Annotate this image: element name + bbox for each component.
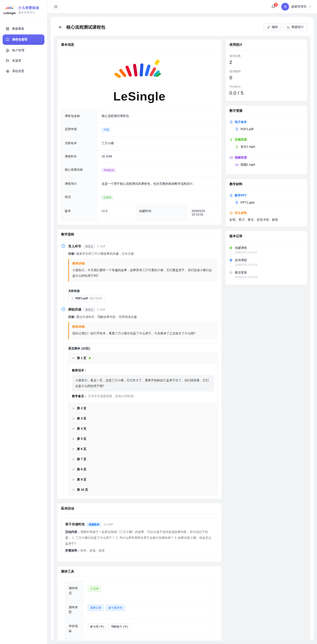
stat-label: 使用教师: [229, 70, 303, 74]
resource-file-item[interactable]: 视频1.mp4: [229, 160, 303, 170]
assessment-table: 测评状态 已启用 测评类型 观察记录 参与度评价: [65, 581, 214, 640]
table-row: 测评类型 观察记录 参与度评价: [65, 600, 214, 619]
row-label: 测评状态: [65, 581, 84, 600]
page-title: 第 9 页: [77, 478, 87, 482]
notifications-button[interactable]: 5: [271, 4, 276, 9]
goal-badge: 早期阅读: [102, 168, 116, 172]
material-group-header: 学生材料: [229, 211, 303, 215]
event-label: 创建课程: [235, 246, 257, 250]
page-title: 第 8 页: [77, 468, 87, 472]
table-row: 适用年级 中班: [61, 122, 217, 137]
sidebar-item-settings[interactable]: 系统设置: [3, 66, 45, 76]
page-scripts-accordion: 第 1 页 教师话术： 小朋友们，看这一页，这是三只小猪，它们长大了，要离开妈妈…: [68, 353, 218, 495]
sidebar-item-dashboard[interactable]: 数据看板: [3, 24, 45, 34]
timeline-line: [230, 262, 231, 270]
accordion-page-1[interactable]: 第 1 页: [69, 353, 217, 363]
step-timeline-line: [63, 250, 64, 307]
data-stats-button[interactable]: 数据统计: [284, 24, 307, 31]
table-row: 课程简介 这是一个用于核心流程测试的课程包，包含完整的阅读教学流程设计。: [61, 177, 217, 190]
stat-value: 2: [229, 60, 303, 65]
divider: [229, 152, 303, 152]
person-icon: [283, 4, 287, 9]
resource-group-label: 电子绘本: [235, 120, 247, 124]
accordion-page-8[interactable]: 第 8 页: [69, 464, 217, 474]
page-title: 第 2 页: [77, 406, 87, 410]
app-logo: LeSingle 少儿智慧阅读 服务管理后台: [0, 0, 47, 20]
resource-chip[interactable]: PDF1.pdf (电子绘本): [68, 295, 105, 302]
edit-button[interactable]: 编辑: [264, 24, 281, 31]
chevron-down-icon: [72, 357, 75, 360]
page-scripts-label: 逐页脚本 (10页):: [68, 347, 218, 350]
page-status-dot: [89, 357, 91, 359]
edit-button-label: 编辑: [272, 25, 278, 29]
back-button[interactable]: [57, 24, 64, 30]
teaching-step: 导入环节 自定义 5 分钟 目标: 激发学生对三只小猪故事的兴趣，引出主题 教师…: [61, 244, 218, 307]
file-icon: [229, 120, 233, 124]
file-icon: [71, 297, 74, 300]
timeline-dot: [230, 271, 232, 274]
row-label: 核心发展目标: [61, 163, 98, 177]
row-label: 评语模板: [65, 638, 84, 640]
accordion-page-2[interactable]: 第 2 页: [69, 403, 217, 414]
sidebar-item-course-packages[interactable]: 课程包管理: [3, 34, 45, 45]
step-goal: 目标: 激发学生对三只小猪故事的兴趣，引出主题: [68, 251, 218, 256]
row-label: 课程时长: [61, 150, 98, 163]
mic-icon: [235, 145, 238, 148]
teaching-step: 师幼共读 自定义 5 分钟 目标: 通过共读绘本，理解故事内容，培养阅读兴趣 教…: [61, 307, 218, 495]
stat-value: 0.0 / 5: [229, 90, 303, 96]
material-file-item[interactable]: PPT1.pptx: [229, 198, 303, 208]
sidebar-collapse-button[interactable]: [53, 4, 59, 10]
version-event: 发布课程 2026/2/24 10:19:23: [229, 258, 303, 271]
row-value: 20 分钟: [98, 150, 217, 163]
resource-file-item[interactable]: 音乐1.mp3: [229, 142, 303, 152]
row-value: 中班: [98, 123, 217, 137]
user-menu[interactable]: 超级管理员: [281, 3, 311, 10]
script-text: 小朋友们，今天我们要听一个有趣的故事，故事里有三只可爱的小猪，它们要盖房子。你们…: [72, 268, 214, 278]
card-title: 基本信息: [57, 40, 222, 50]
accordion-page-10[interactable]: 第 10 页: [69, 484, 217, 495]
accordion-page-9[interactable]: 第 9 页: [69, 474, 217, 484]
accordion-page-7[interactable]: 第 7 页: [69, 454, 217, 464]
arrow-left-icon: [58, 25, 63, 30]
sidebar-item-resource-library[interactable]: 资源库: [3, 56, 45, 66]
chevron-down-icon: [308, 5, 311, 8]
divider: [68, 343, 218, 344]
event-time: 2026/2/24 14:43:39: [235, 276, 257, 279]
accordion-page-4[interactable]: 第 4 页: [69, 424, 217, 434]
resource-file-item[interactable]: PDF1.pdf: [229, 124, 303, 134]
chevron-right-icon: [72, 458, 75, 460]
row-value: 三只小猪: [98, 137, 217, 150]
data-stats-button-label: 数据统计: [292, 25, 304, 29]
version-event: 最后更新 2026/2/24 14:43:39: [229, 271, 303, 283]
row-value: {学生姓名}在《三只小猪》课程中表现出{评价等级}的阅读理解能力。能够{具体表现…: [84, 638, 214, 640]
timeline-dot: [230, 259, 232, 261]
file-icon: [235, 127, 238, 131]
edit-square-icon: [229, 211, 233, 215]
sidebar-item-tenants[interactable]: 租户管理: [3, 46, 45, 55]
page-title: 第 1 页: [77, 356, 87, 360]
card-title: 使用统计: [226, 40, 307, 50]
material-group-header: 教学PPT: [229, 194, 303, 198]
card-title: 测评工具: [57, 566, 222, 577]
resource-file-name: PDF1.pdf: [240, 127, 253, 131]
chevron-right-icon: [72, 448, 75, 450]
stat-item: 使用教师 0: [229, 70, 303, 80]
activity-type-badge: 家庭延伸: [87, 522, 101, 527]
timeline-dot: [230, 247, 232, 249]
page-title: 核心流程测试课程包: [66, 24, 105, 30]
accordion-page-5[interactable]: 第 5 页: [69, 434, 217, 444]
notification-badge: 5: [274, 3, 278, 7]
chevron-right-icon: [72, 468, 75, 471]
row-label: 测评类型: [65, 600, 84, 619]
stat-value: 0: [229, 75, 303, 80]
accordion-page-3[interactable]: 第 3 页: [69, 414, 217, 424]
brand-subtitle: 服务管理后台: [19, 11, 39, 14]
event-time: 2026/2/24 10:19:23: [235, 263, 257, 266]
accordion-page-6[interactable]: 第 6 页: [69, 444, 217, 454]
pencil-icon: [267, 26, 270, 29]
resource-file-name: PDF1.pdf: [75, 297, 88, 300]
row-value: 早期阅读: [98, 163, 217, 177]
chevron-right-icon: [72, 478, 75, 481]
page-title: 第 4 页: [77, 427, 87, 431]
activity-content: 活动内容：请家长和孩子一起再次阅读《三只小猪》的故事，可以让孩子尝试复述故事内容…: [65, 529, 214, 547]
